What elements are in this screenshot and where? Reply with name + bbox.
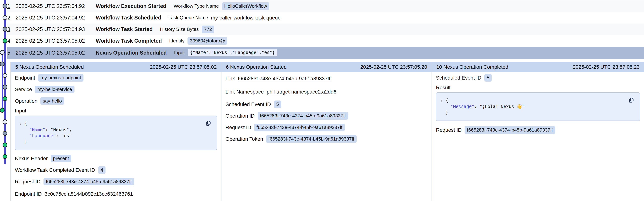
detail-field: Request IDf665283f-743e-4374-b45b-9a61a8…	[436, 123, 640, 137]
detail-value-badge: f665283f-743e-4374-b45b-9a61a89337ff	[258, 112, 348, 120]
panel-timestamp: 2025-02-25 UTC 23:57:05.20	[360, 64, 427, 70]
detail-value-link[interactable]: 3c0c75ccfa8144b092c13ce632463761	[44, 191, 133, 197]
history-event-row[interactable]: 4 2025-02-25 UTC 23:57:05.02 Workflow Ta…	[7, 35, 644, 47]
caret-spacer	[20, 139, 24, 145]
event-attribute-label: Workflow Type Name	[174, 3, 219, 9]
event-attribute-value-link[interactable]: my-caller-workflow-task-queue	[211, 15, 281, 21]
event-attribute-label: Task Queue Name	[168, 15, 208, 21]
detail-field: Scheduled Event ID5	[226, 98, 428, 110]
detail-field-label: Scheduled Event ID	[436, 75, 482, 81]
detail-field: Operation Tokenf665283f-743e-4374-b45b-9…	[226, 133, 428, 145]
collapse-caret-icon[interactable]: ∨	[441, 98, 446, 104]
detail-field-label: Request ID	[15, 179, 40, 185]
event-attribute-label: History Size Bytes	[160, 27, 199, 32]
copy-icon	[205, 120, 212, 127]
detail-value-badge: f665283f-743e-4374-b45b-9a61a89337ff	[266, 135, 357, 143]
event-detail-panel: 6 Nexus Operation Started 2025-02-25 UTC…	[221, 62, 432, 201]
detail-value-link[interactable]: f665283f-743e-4374-b45b-9a61a89337ff	[238, 76, 330, 82]
event-name: Nexus Operation Scheduled	[96, 50, 167, 56]
event-history-rows: 1 2025-02-25 UTC 23:57:04.92 Workflow Ex…	[0, 0, 644, 59]
panel-title: 10 Nexus Operation Completed	[436, 64, 508, 70]
json-line: }	[441, 110, 635, 116]
detail-field: Request IDf665283f-743e-4374-b45b-9a61a8…	[226, 122, 428, 133]
caret-spacer	[441, 104, 446, 110]
detail-field-label: Input	[15, 107, 217, 115]
detail-field-label: Result	[436, 84, 640, 92]
panel-body: Scheduled Event ID5Result∨{"Message": "¡…	[432, 72, 644, 137]
event-detail-panel: 5 Nexus Operation Scheduled 2025-02-25 U…	[10, 62, 221, 201]
event-id-link[interactable]: 2	[7, 15, 16, 21]
event-attribute-value-badge: HelloCallerWorkflow	[222, 3, 270, 10]
detail-field: Servicemy-hello-service	[15, 84, 217, 95]
detail-field: Scheduled Event ID5	[436, 72, 640, 84]
history-event-row[interactable]: 2 2025-02-25 UTC 23:57:04.92 Workflow Ta…	[7, 12, 644, 24]
detail-field-label: Workflow Task Completed Event ID	[15, 167, 95, 173]
detail-field-label: Link Namespace	[226, 89, 264, 95]
event-timestamp: 2025-02-25 UTC 23:57:04.92	[16, 15, 96, 21]
history-event-row[interactable]: 5 2025-02-25 UTC 23:57:05.02 Nexus Opera…	[7, 47, 644, 59]
panel-header: 10 Nexus Operation Completed 2025-02-25 …	[432, 62, 644, 72]
detail-field: Operationsay-hello	[15, 95, 217, 107]
event-attribute-value-badge: 772	[202, 26, 214, 33]
event-attribute-value-badge: {"Name":"Nexus","Language":"es"}	[188, 49, 277, 56]
json-line: "Name": "Nexus",	[20, 127, 212, 133]
json-code-block: ∨{"Name": "Nexus","Language": "es"}	[15, 116, 217, 150]
event-timestamp: 2025-02-25 UTC 23:57:05.02	[16, 38, 96, 44]
detail-field: Nexus Headerpresent	[15, 153, 217, 164]
event-attribute-label: Identity	[169, 38, 184, 44]
panel-header: 6 Nexus Operation Started 2025-02-25 UTC…	[222, 62, 432, 72]
event-timestamp: 2025-02-25 UTC 23:57:04.93	[16, 26, 96, 32]
detail-field-label: Link	[226, 76, 235, 82]
collapse-caret-icon[interactable]: ∨	[20, 121, 24, 127]
workflow-history-view: { "colors": { "line_color": "#4b48e8", "…	[0, 0, 644, 201]
caret-spacer	[20, 127, 24, 133]
history-event-row[interactable]: 1 2025-02-25 UTC 23:57:04.92 Workflow Ex…	[7, 0, 644, 12]
detail-field: Linkf665283f-743e-4374-b45b-9a61a89337ff	[226, 72, 428, 85]
detail-field: Endpointmy-nexus-endpoint	[15, 72, 217, 84]
detail-value-badge: 5	[274, 101, 281, 108]
event-name: Workflow Task Completed	[96, 38, 162, 44]
caret-spacer	[20, 133, 24, 139]
detail-value-badge: say-hello	[40, 97, 64, 105]
panel-body: Linkf665283f-743e-4374-b45b-9a61a89337ff…	[222, 72, 432, 145]
json-line: }	[20, 139, 212, 145]
event-timestamp: 2025-02-25 UTC 23:57:04.92	[16, 3, 96, 9]
panel-timestamp: 2025-02-25 UTC 23:57:05.23	[573, 64, 640, 70]
event-id-link[interactable]: 3	[7, 26, 16, 32]
history-event-row[interactable]: 3 2025-02-25 UTC 23:57:04.93 Workflow Ta…	[7, 24, 644, 35]
copy-button[interactable]	[628, 97, 634, 103]
copy-button[interactable]	[205, 120, 212, 127]
json-line: "Language": "es"	[20, 133, 212, 139]
event-id-link[interactable]: 1	[7, 3, 16, 9]
event-name: Workflow Task Scheduled	[96, 15, 161, 21]
json-code-block: ∨{"Message": "¡Hola! Nexus 👋"}	[436, 92, 640, 121]
detail-value-badge: my-hello-service	[35, 86, 74, 93]
panel-body: Endpointmy-nexus-endpointServicemy-hello…	[11, 72, 221, 201]
detail-field-label: Request ID	[436, 127, 462, 133]
detail-value-link[interactable]: phil-target-namespace2.a2dd6	[267, 89, 336, 95]
detail-value-badge: present	[51, 155, 71, 162]
json-line: ∨{	[441, 98, 635, 104]
detail-value-badge: f665283f-743e-4374-b45b-9a61a89337ff	[44, 178, 134, 185]
panel-title: 5 Nexus Operation Scheduled	[15, 64, 84, 70]
detail-value-badge: my-nexus-endpoint	[38, 74, 84, 82]
copy-icon	[628, 97, 634, 103]
event-attribute-value-badge: 30960@totoro@	[188, 37, 228, 45]
detail-field: Link Namespacephil-target-namespace2.a2d…	[226, 85, 428, 98]
detail-value-badge: 4	[98, 166, 106, 174]
detail-field: Operation IDf665283f-743e-4374-b45b-9a61…	[226, 110, 428, 122]
event-id-link[interactable]: 4	[7, 38, 16, 44]
event-id-link[interactable]: 5	[7, 50, 16, 56]
panel-timestamp: 2025-02-25 UTC 23:57:05.02	[150, 64, 217, 70]
event-timestamp: 2025-02-25 UTC 23:57:05.02	[16, 50, 96, 56]
caret-spacer	[441, 110, 446, 116]
detail-field-label: Endpoint ID	[15, 191, 42, 197]
detail-field: Request IDf665283f-743e-4374-b45b-9a61a8…	[15, 176, 217, 187]
detail-field-label: Nexus Header	[15, 156, 48, 161]
detail-field-label: Scheduled Event ID	[226, 101, 271, 107]
detail-value-badge: f665283f-743e-4374-b45b-9a61a89337ff	[464, 126, 555, 134]
panel-header: 5 Nexus Operation Scheduled 2025-02-25 U…	[11, 62, 221, 72]
detail-field: Workflow Task Completed Event ID4	[15, 164, 217, 176]
event-detail-panels: 5 Nexus Operation Scheduled 2025-02-25 U…	[0, 62, 644, 201]
detail-field-label: Service	[15, 87, 32, 92]
